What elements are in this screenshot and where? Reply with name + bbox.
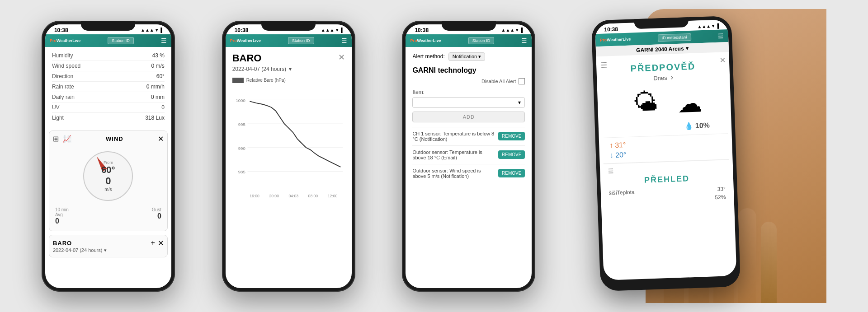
notification-dropdown-btn[interactable]: Notification ▾ [448,52,485,61]
baro-header: BARO + ✕ [53,239,164,247]
menu-icon-3[interactable]: ☰ [521,37,527,44]
weather-row-rainrate: Rain rate 0 mm/h [52,82,165,92]
predpoved-section: PŘEDPOVĚĎ Dnes 🌤 ☁ 💧 10% [600,56,728,138]
wind-widget: ⊞ 📈 WIND ✕ From 60° 0 m/s [49,130,168,231]
svg-text:08:00: 08:00 [308,193,318,198]
menu-icon-4[interactable]: ☰ [718,32,724,39]
app-logo-1: ProWeatherLive [50,38,80,43]
alert-method-label: Alert method: [412,53,444,60]
baro-close-icon[interactable]: ✕ [158,239,164,247]
baro-page-close-icon[interactable]: ✕ [338,52,345,62]
prehled-label: šišíTeplota [609,189,635,196]
add-button[interactable]: ADD [412,112,525,122]
disable-all-row: Disable All Alert [412,78,525,84]
humidity-value: 43 % [152,52,165,59]
prehled-grid-icon[interactable]: ☰ [608,168,614,175]
phone-3-screen: 10:38 ▲▲▲ ▾ ▐ ProWeatherLive Station ID … [406,24,532,288]
humidity-label: Humidity [52,52,73,59]
chart-icon[interactable]: 📈 [62,135,71,143]
phone-1-status-icons: ▲▲▲ ▾ ▐ [141,28,162,33]
weather-table: Humidity 43 % Wind speed 0 m/s Direction… [45,47,171,127]
light-label: Light [52,115,64,121]
baro-title-container: BARO 2022-04-07 (24 hours) ▾ ✕ [232,52,345,72]
baro-dropdown-icon[interactable]: ▾ [104,247,107,253]
item-label: Item: [412,89,525,95]
wifi-icon-4: ▾ [712,23,714,28]
rain-row: 💧 10% [607,121,724,133]
phone-4-time: 10:38 [604,26,618,33]
menu-icon-1[interactable]: ☰ [161,37,167,44]
svg-text:995: 995 [238,121,245,126]
forecast-content: ✕ ☰ PŘEDPOVĚĎ Dnes 🌤 ☁ 💧 10% [596,52,735,213]
station-dropdown-icon[interactable]: ▾ [686,45,689,51]
temp-high-value: 31° [615,141,626,149]
baro-date-row: 2022-04-07 (24 hours) ▾ [53,247,164,253]
phone-2: 10:38 ▲▲▲ ▾ ▐ ProWeatherLive Station ID … [222,21,355,292]
disable-all-checkbox[interactable] [519,78,525,84]
station-id-btn-4[interactable]: ID meteostaní [658,33,692,42]
baro-date: 2022-04-07 (24 hours) [53,247,102,253]
prehled-title: PŘEHLED [609,172,726,186]
remove-btn-3[interactable]: REMOVE [498,169,525,177]
station-id-btn-3[interactable]: Station ID [468,37,495,44]
signal-icon-3: ▲▲▲ [501,28,515,33]
wind-title: WIND [106,135,123,142]
prehled-temp: 33° [717,186,726,192]
finger-5 [761,222,777,303]
menu-icon-2[interactable]: ☰ [341,37,347,44]
temp-section: ↑ 31° ↓ 20° [603,134,729,163]
direction-value: 60° [156,73,165,79]
nav-grid-icon[interactable]: ☰ [601,61,608,69]
alert-text-1: CH 1 sensor: Temperature is below 8 °C (… [412,131,495,142]
rainrate-label: Rain rate [52,84,74,90]
temp-up-arrow-icon: ↑ [609,141,613,149]
phone-2-screen: 10:38 ▲▲▲ ▾ ▐ ProWeatherLive Station ID … [226,24,352,288]
station-id-btn-1[interactable]: Station ID [108,37,134,44]
compass-unit: m/s [101,187,115,192]
forecast-close-btn[interactable]: ✕ [720,56,726,64]
weather-icon-container: 🌤 ☁ [605,85,723,121]
baro-date-dropdown-icon[interactable]: ▾ [289,66,292,72]
temp-low-value: 20° [615,151,627,159]
compass-degrees: 60° [101,165,115,175]
wind-bottom-stats: 10 minAvg 0 Gust 0 [53,205,164,227]
legend-label: Relative Baro (hPa) [246,78,286,83]
weather-row-uv: UV 0 [52,102,165,113]
remove-btn-1[interactable]: REMOVE [498,132,525,140]
alert-item-3: Outdoor sensor: Wind speed is above 5 m/… [412,164,525,182]
temp-down-arrow-icon: ↓ [610,151,614,159]
phone-4-notch [634,17,689,29]
finger-4 [738,208,756,303]
baro-add-icon[interactable]: + [151,239,155,247]
battery-icon: ▐ [159,28,162,33]
station-id-btn-2[interactable]: Station ID [288,37,314,44]
weather-row-light: Light 318 Lux [52,113,165,123]
weather-row-dailyrain: Daily rain 0 mm [52,92,165,102]
phone-4: 10:38 ▲▲▲ ▾ ▐ ProWeatherLive ID meteosta… [591,16,741,291]
compass-from-label: From [101,160,115,165]
sun-icon: 🌤 [632,88,658,117]
uv-value: 0 [161,104,165,111]
baro-title: BARO [53,240,72,247]
phone-3: 10:38 ▲▲▲ ▾ ▐ ProWeatherLive Station ID … [402,21,535,292]
svg-text:985: 985 [238,169,245,174]
wifi-icon: ▾ [156,28,158,33]
wind-gust-section: Gust 0 [152,207,161,225]
legend-color-box [232,78,244,83]
baro-page-title: BARO [232,52,345,64]
notification-dropdown-icon: ▾ [478,54,481,60]
wind-nav-icons: ⊞ 📈 [53,135,71,143]
weather-row-windspeed: Wind speed 0 m/s [52,61,165,71]
svg-text:1000: 1000 [236,98,245,103]
wind-compass-container: From 60° 0 m/s [53,147,164,205]
remove-btn-2[interactable]: REMOVE [498,150,525,159]
logo-pro-1: Pro [50,38,57,43]
grid-icon[interactable]: ⊞ [53,135,59,143]
cloud-icon: ☁ [677,88,703,118]
phone-1-notch [81,21,135,31]
item-dropdown[interactable]: ▾ [412,97,525,108]
direction-label: Direction [52,73,73,79]
wind-close-icon[interactable]: ✕ [158,135,164,143]
item-dropdown-chevron: ▾ [518,99,521,106]
svg-text:04:03: 04:03 [288,193,298,198]
